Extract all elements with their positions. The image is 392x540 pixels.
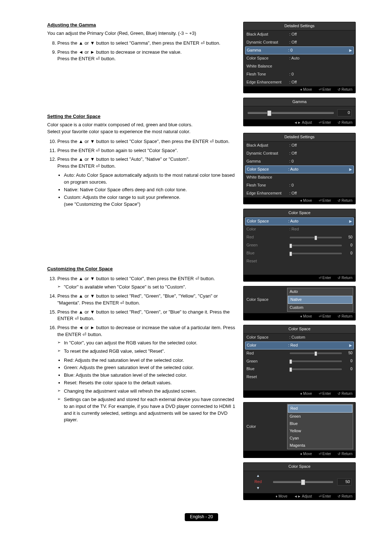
chevron-right-icon: ▶: [349, 343, 352, 348]
blue-slider: [289, 252, 342, 255]
red-slider[interactable]: [289, 352, 342, 355]
opt-cyan[interactable]: Cyan: [287, 435, 353, 442]
return-hint: Return: [338, 451, 352, 457]
bullet-green: Green: Adjusts the green saturation leve…: [64, 365, 194, 370]
enter-hint: Enter: [319, 451, 331, 457]
bullet-blue: Blue: Adjusts the blue saturation level …: [64, 372, 187, 378]
osd-detailed-settings-colorspace: Detailed Settings Black Adjust: Off Dyna…: [243, 133, 356, 204]
row-colorspace[interactable]: Color Space : Auto ▶: [245, 217, 354, 225]
opt-native[interactable]: Native: [288, 296, 352, 304]
return-hint: Return: [338, 314, 352, 319]
section-1-title: Adjusting the Gamma: [47, 22, 237, 29]
enter-hint: Enter: [319, 391, 331, 397]
note-13: "Color" is available when "Color Space" …: [64, 284, 237, 291]
step-10: Press the ▲ or ▼ button to select "Color…: [57, 139, 229, 144]
opt-yellow[interactable]: Yellow: [287, 428, 353, 435]
chevron-up-icon[interactable]: ▲: [256, 473, 260, 479]
row-colorspace[interactable]: Color Space : Auto ▶: [245, 165, 354, 173]
return-hint: Return: [338, 198, 352, 204]
step-15: Press the ▲ or ▼ button to select "Red",…: [57, 309, 230, 322]
row-gamma[interactable]: Gamma : 0 ▶: [245, 46, 354, 54]
row-color[interactable]: Color : Red ▶: [245, 341, 354, 349]
green-slider[interactable]: [289, 360, 342, 363]
note-16a: In "Color", you can adjust the RGB value…: [64, 340, 237, 347]
enter-hint: Enter: [319, 494, 331, 499]
step-16: Press the ◄ or ► button to decrease or i…: [57, 325, 235, 337]
section-2-d1: Color space is a color matrix composed o…: [47, 122, 237, 128]
return-hint: Return: [338, 494, 352, 499]
step-12b: Press the ENTER ⏎ button.: [57, 163, 116, 169]
osd-title: Color Space: [244, 209, 355, 217]
opt-red[interactable]: Red: [288, 405, 352, 413]
dropdown-label: Color: [244, 402, 287, 451]
return-hint: Return: [338, 275, 352, 281]
osd-title: Color Space: [244, 463, 355, 471]
page-number: English - 20: [185, 513, 218, 521]
move-hint: Move: [275, 494, 287, 499]
section-1-steps: Press the ▲ or ▼ button to select "Gamma…: [47, 40, 237, 63]
bullet-auto: Auto: Auto Color Space automatically adj…: [64, 172, 234, 185]
osd-colorspace-auto: Color Space Color Space : Auto ▶ Color: …: [243, 209, 356, 282]
opt-magenta[interactable]: Magenta: [287, 442, 353, 449]
osd-red-slider: Color Space ▲ Red ▼ 50 Move Adjust Enter…: [243, 462, 356, 500]
enter-hint: Enter: [319, 275, 331, 281]
bullet-custom1: Custom: Adjusts the color range to suit …: [64, 195, 180, 200]
bullet-reset: Reset: Resets the color space to the def…: [64, 380, 172, 385]
step-14: Press the ▲ or ▼ button to select "Red",…: [57, 293, 218, 306]
step-8: Press the ▲ or ▼ button to select "Gamma…: [57, 40, 220, 46]
note-16b: To reset the adjusted RGB value, select …: [64, 348, 237, 355]
red-slider: [289, 236, 342, 239]
section-2-title: Setting the Color Space: [47, 113, 237, 120]
move-hint: Move: [300, 391, 312, 397]
osd-title: Detailed Settings: [244, 22, 355, 30]
opt-blue[interactable]: Blue: [287, 420, 353, 428]
chevron-right-icon: ▶: [349, 167, 352, 172]
section-1-desc: You can adjust the Primary Color (Red, G…: [47, 30, 237, 37]
note-d: Settings can be adjusted and stored for …: [64, 396, 237, 424]
return-hint: Return: [338, 120, 352, 126]
red-slider[interactable]: [273, 480, 334, 483]
bullet-custom2: (see "Customizing the Color Space"): [64, 201, 140, 207]
enter-hint: Enter: [319, 120, 331, 126]
osd-detailed-settings-gamma: Detailed Settings Black Adjust: Off Dyna…: [243, 22, 356, 93]
gamma-value: 0: [337, 109, 352, 116]
move-hint: Move: [300, 87, 312, 93]
chevron-right-icon: ▶: [349, 219, 352, 224]
move-hint: Move: [300, 198, 312, 204]
step-9a: Press the ◄ or ► button to decrease or i…: [57, 49, 181, 55]
blue-slider[interactable]: [289, 368, 342, 371]
opt-green[interactable]: Green: [287, 413, 353, 420]
osd-title: Detailed Settings: [244, 133, 355, 142]
slider-thumb[interactable]: [267, 110, 271, 116]
gamma-slider[interactable]: [247, 111, 334, 114]
red-value: 50: [337, 478, 352, 486]
enter-hint: Enter: [319, 87, 331, 93]
slider-thumb[interactable]: [301, 479, 305, 485]
step-9b: Press the ENTER ⏎ button.: [57, 56, 116, 61]
section-3-steps: Press the ▲ or ▼ button to select "Color…: [47, 275, 237, 424]
osd-colorspace-dropdown: Color Space Auto Native Custom Move Ente…: [243, 286, 356, 320]
opt-custom[interactable]: Custom: [287, 304, 353, 311]
adjust-hint: Adjust: [294, 120, 312, 126]
opt-auto[interactable]: Auto: [287, 288, 353, 295]
bullet-native: Native: Native Color Space offers deep a…: [64, 187, 187, 192]
enter-hint: Enter: [319, 314, 331, 319]
dropdown-list[interactable]: Auto Native Custom: [287, 288, 353, 312]
osd-color-dropdown: Color Red Green Blue Yellow Cyan Magenta…: [243, 402, 356, 458]
section-2-d2: Select your favorite color space to expe…: [47, 128, 237, 135]
return-hint: Return: [338, 87, 352, 93]
osd-title: Gamma: [244, 98, 355, 106]
section-2-steps: Press the ▲ or ▼ button to select "Color…: [47, 138, 237, 208]
osd-gamma-slider: Gamma 0 Adjust Enter Return: [243, 98, 356, 126]
page-footer: English - 20: [47, 513, 356, 521]
step-12a: Press the ▲ or ▼ button to select "Auto"…: [57, 156, 189, 162]
adjust-hint: Adjust: [294, 494, 312, 499]
step-13: Press the ▲ or ▼ button to select "Color…: [57, 276, 215, 281]
enter-hint: Enter: [319, 198, 331, 204]
bullet-red: Red: Adjusts the red saturation level of…: [64, 357, 184, 363]
chevron-down-icon[interactable]: ▼: [256, 486, 260, 491]
osd-colorspace-custom: Color Space Color Space: Custom Color : …: [243, 325, 356, 398]
section-3-title: Customizing the Color Space: [47, 266, 237, 273]
dropdown-list[interactable]: Red Green Blue Yellow Cyan Magenta: [287, 404, 353, 450]
green-slider: [289, 244, 342, 247]
